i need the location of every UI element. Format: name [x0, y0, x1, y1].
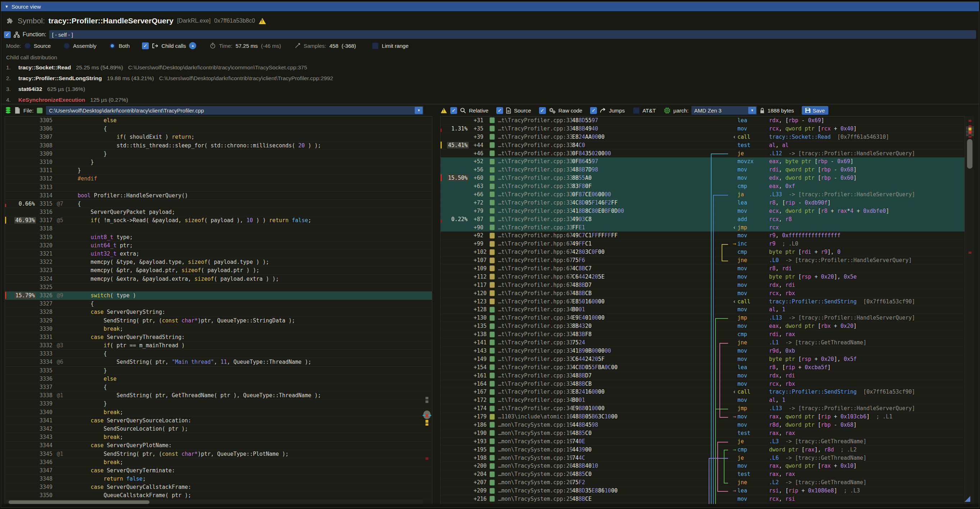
source-pane[interactable]: 3305 else3306 {3307 if( shouldExit ) ret…	[5, 116, 432, 506]
line-number[interactable]: 3307	[36, 133, 53, 141]
asm-offset[interactable]: +174	[469, 404, 490, 412]
source-file-icon[interactable]	[490, 396, 498, 404]
asm-mnemonic[interactable]: mov	[737, 322, 769, 330]
line-number[interactable]: 3322	[36, 258, 53, 266]
asm-source-location[interactable]: …t\TracyProfiler.cpp:3332	[498, 322, 572, 330]
asm-row[interactable]: +79…t\TracyProfiler.cpp:3326418B8C80E0BF…	[441, 207, 964, 215]
source-file-icon[interactable]	[490, 273, 498, 281]
line-number[interactable]: 3333	[36, 350, 53, 358]
asm-source-location[interactable]: …t\TracyProfiler.hpp:676	[498, 240, 572, 248]
asm-offset[interactable]: +87	[469, 215, 490, 223]
asm-mnemonic[interactable]: mov	[737, 289, 769, 297]
source-line[interactable]: 3318	[5, 225, 432, 233]
asm-source-location[interactable]: …t\TracyProfiler.hpp:676	[498, 273, 572, 281]
asm-row[interactable]: +31…t\TracyProfiler.cpp:3317488D5597lear…	[441, 116, 964, 125]
asm-mnemonic[interactable]: mov	[737, 166, 769, 173]
asm-mnemonic[interactable]: add	[737, 215, 769, 223]
asm-mnemonic[interactable]: mov	[737, 355, 769, 363]
asm-mnemonic[interactable]: movzx	[737, 157, 769, 165]
source-line[interactable]: 3343 break;	[5, 433, 432, 441]
asm-mnemonic[interactable]: je	[737, 437, 769, 445]
asm-offset[interactable]: +72	[469, 199, 490, 207]
asm-source-location[interactable]: …t\TracyProfiler.hpp:676	[498, 297, 572, 305]
relative-checkbox[interactable]: ✓	[450, 107, 457, 114]
asm-mnemonic[interactable]: lea	[737, 116, 769, 124]
asm-source-location[interactable]: …t\TracyProfiler.cpp:3326	[498, 157, 572, 165]
asm-offset[interactable]: +193	[469, 437, 490, 445]
asm-mnemonic[interactable]: mov	[737, 273, 769, 281]
asm-mnemonic[interactable]: mov	[737, 281, 769, 289]
line-number[interactable]: 3319	[36, 233, 53, 241]
asm-offset[interactable]: +161	[469, 372, 490, 380]
asm-source-location[interactable]: …t\TracyProfiler.cpp:3317	[498, 133, 572, 141]
line-number[interactable]: 3343	[36, 433, 53, 441]
source-file-icon[interactable]	[490, 289, 498, 297]
asm-offset[interactable]: +207	[469, 479, 490, 486]
asm-offset[interactable]: +102	[469, 248, 490, 256]
asm-row[interactable]: +186…mon\TracySystem.cpp:197448B4598movr…	[441, 421, 964, 429]
asm-offset[interactable]: +90	[469, 224, 490, 232]
asm-source-location[interactable]: …mon\TracySystem.cpp:199	[498, 446, 572, 453]
asm-mnemonic[interactable]: cmp	[737, 248, 769, 256]
source-file-icon[interactable]	[490, 388, 498, 396]
asm-offset[interactable]: +44	[469, 141, 490, 149]
asm-row[interactable]: +128…t\TracyProfiler.cpp:3401B001moval, …	[441, 305, 964, 314]
source-line[interactable]: 3321 uint32_t extra;	[5, 250, 432, 258]
asm-offset[interactable]: +46	[469, 150, 490, 157]
line-number[interactable]: 3337	[36, 383, 53, 391]
asm-offset[interactable]: +135	[469, 322, 490, 330]
line-number[interactable]: 3347	[36, 466, 53, 474]
asm-source-location[interactable]: …t\TracyProfiler.cpp:3401	[498, 396, 572, 404]
limit-range-checkbox[interactable]: ✓	[372, 43, 379, 49]
function-checkbox[interactable]: ✓	[4, 31, 11, 38]
asm-source-location[interactable]: …t\TracyProfiler.hpp:676	[498, 289, 572, 297]
source-line[interactable]: 3310 }	[5, 158, 432, 166]
source-line[interactable]: 0.66%3315@7{	[5, 200, 432, 208]
line-number[interactable]: 3331	[36, 333, 53, 341]
source-line[interactable]: 3347 case ServerQueryTerminate:	[5, 466, 432, 475]
child-call-name[interactable]: KeSynchronizeExecution	[18, 97, 85, 103]
uarch-dropdown-arrow-icon[interactable]: ▼	[748, 107, 756, 114]
asm-mnemonic[interactable]: ja	[737, 191, 769, 199]
uarch-combo[interactable]: AMD Zen 3 ▼	[691, 106, 757, 115]
asm-row[interactable]: +154…t\TracyProfiler.cpp:33344C8D055FBA0…	[441, 363, 964, 372]
source-line[interactable]: 3336 else	[5, 375, 432, 383]
source-file-icon[interactable]	[490, 133, 498, 141]
source-file-icon[interactable]	[490, 446, 498, 453]
source-line[interactable]: 3328 case ServerQueryString:	[5, 308, 432, 317]
asm-row[interactable]: +123…t\TracyProfiler.hpp:676E850160000‹c…	[441, 297, 964, 306]
asm-row[interactable]: +135…t\TracyProfiler.cpp:33328B4320movea…	[441, 322, 964, 330]
asm-source-location[interactable]: …t\TracyProfiler.cpp:3332	[498, 339, 572, 347]
source-file-icon[interactable]	[490, 150, 498, 157]
asm-mnemonic[interactable]: lea	[737, 363, 769, 371]
asm-source-location[interactable]: …t\TracyProfiler.hpp:676	[498, 256, 572, 264]
asm-mnemonic[interactable]: lea	[737, 199, 769, 207]
asm-row[interactable]: +130…t\TracyProfiler.cpp:3401E9E4010000j…	[441, 314, 964, 322]
asm-source-location[interactable]: …t\TracyProfiler.cpp:3326	[498, 215, 572, 223]
asm-offset[interactable]: +128	[469, 305, 490, 313]
asm-offset[interactable]: +107	[469, 256, 490, 264]
asm-row[interactable]: +143…t\TracyProfiler.cpp:333441B90B00000…	[441, 347, 964, 355]
asm-row[interactable]: +107…t\TracyProfiler.hpp:67675F6jne.L0 -…	[441, 256, 964, 264]
asm-row[interactable]: +172…t\TracyProfiler.cpp:3401B001moval, …	[441, 396, 964, 404]
source-line[interactable]: 3350 QueueCallstackFrame( ptr );	[5, 492, 432, 499]
asm-source-location[interactable]: …t\TracyProfiler.cpp:3317	[498, 150, 572, 157]
source-line[interactable]: 3334@6 SendString( ptr, "Main thread", 1…	[5, 358, 432, 366]
source-file-icon[interactable]	[490, 281, 498, 289]
source-file-icon[interactable]	[490, 224, 498, 232]
source-line[interactable]: 3349 case ServerQueryCallstackFrame:	[5, 483, 432, 492]
asm-row[interactable]: +99…t\TracyProfiler.hpp:67649FFC1→incr9 …	[441, 240, 964, 248]
asm-mnemonic[interactable]: jne	[737, 339, 769, 347]
title-bar[interactable]: ▼ Source view	[1, 2, 979, 11]
asm-source-location[interactable]: …mon\TracySystem.cpp:258	[498, 495, 572, 503]
source-file-icon[interactable]	[490, 116, 498, 124]
source-file-icon[interactable]	[490, 372, 498, 380]
radio-assembly[interactable]	[64, 43, 70, 49]
line-number[interactable]: 3332	[36, 342, 53, 349]
source-line[interactable]: 3332@3 if( ptr == m_mainThread )	[5, 342, 432, 350]
asm-row[interactable]: +216…mon\TracySystem.cpp:258488BCEmovrcx…	[441, 495, 964, 503]
asm-mnemonic[interactable]: mov	[737, 174, 769, 182]
resize-grip[interactable]	[964, 496, 970, 502]
source-file-icon[interactable]	[490, 199, 498, 207]
asm-row[interactable]: +179…1103\include\atomic:1048488B05B63C1…	[441, 413, 964, 421]
